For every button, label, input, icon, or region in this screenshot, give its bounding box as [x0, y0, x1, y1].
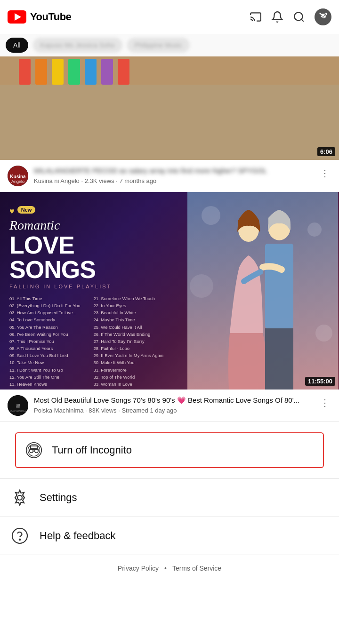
bell-icon[interactable]: [271, 11, 283, 23]
settings-icon: [11, 489, 28, 506]
svg-point-25: [202, 206, 220, 225]
incognito-avatar[interactable]: [315, 8, 331, 25]
app-header: YouTube: [0, 0, 339, 34]
bottom-menu: Turn off Incognito Settings Help & feedb…: [0, 422, 339, 555]
couple-image: 11:55:00: [186, 192, 339, 390]
help-icon: [11, 527, 28, 544]
category-bar: All Kapuso Mo Jessica Soho Philippine Mu…: [0, 34, 339, 56]
chip-philippine[interactable]: Philippine Music: [127, 38, 190, 53]
love-songs-thumbnail[interactable]: ♥ New Romantic LOVESONGS FALLING IN LOVE…: [0, 192, 339, 390]
new-badge: New: [17, 206, 36, 214]
love-songs-subtitle: FALLING IN LOVE PLAYLIST: [9, 284, 177, 289]
svg-rect-14: [118, 59, 129, 85]
svg-rect-9: [35, 59, 47, 85]
svg-rect-16: [0, 85, 339, 160]
svg-point-28: [315, 325, 332, 342]
terms-of-service-link[interactable]: Terms of Service: [172, 564, 221, 572]
songs-left: 01. All This Time 02. (Everything I Do) …: [9, 295, 93, 390]
footer-separator: •: [164, 564, 167, 572]
svg-line-38: [38, 450, 39, 451]
duration-badge-2: 11:55:00: [305, 377, 335, 386]
settings-label: Settings: [40, 492, 77, 504]
video-meta-1: Kusina ni Angelo · 2.3K views · 7 months…: [34, 177, 313, 184]
svg-rect-12: [85, 59, 97, 85]
chip-all[interactable]: All: [6, 38, 28, 53]
video-more-button-2[interactable]: ⋮: [318, 395, 331, 410]
incognito-menu-icon: [25, 442, 42, 459]
svg-text:Angelo: Angelo: [11, 179, 24, 184]
footer: Privacy Policy • Terms of Service: [0, 555, 339, 581]
svg-point-40: [17, 495, 22, 500]
svg-rect-10: [52, 59, 64, 85]
video-item-1: Kusina Angelo MILALANGIERTE PECOD as sal…: [0, 160, 339, 192]
love-songs-title: LOVESONGS: [9, 233, 177, 282]
svg-point-42: [19, 539, 20, 540]
svg-rect-7: [0, 56, 339, 85]
svg-text:Kusina: Kusina: [10, 174, 26, 179]
svg-point-41: [12, 528, 27, 543]
video-more-button-1[interactable]: ⋮: [318, 166, 331, 181]
svg-rect-8: [19, 59, 31, 85]
duration-badge-1: 6:06: [317, 147, 335, 156]
help-label: Help & feedback: [40, 530, 115, 542]
song-list: 01. All This Time 02. (Everything I Do) …: [9, 295, 177, 390]
help-menu-item[interactable]: Help & feedback: [0, 517, 339, 555]
app-title: YouTube: [30, 11, 71, 23]
romantic-text: Romantic: [9, 218, 177, 233]
video-item-2: 🎬 MACHINIMA Most Old Beautiful Love Song…: [0, 390, 339, 421]
video-meta-2: Polska Machinima · 83K views · Streamed …: [34, 407, 313, 414]
svg-point-1: [294, 12, 302, 20]
logo-area: YouTube: [8, 10, 71, 24]
video-thumbnail-1[interactable]: 6:06: [0, 56, 339, 160]
svg-point-4: [321, 16, 323, 17]
channel-avatar-1[interactable]: Kusina Angelo: [8, 166, 28, 186]
video-info-1: MILALANGIERTE PECOD as salary array into…: [34, 166, 313, 184]
chip-kapuso[interactable]: Kapuso Mo Jessica Soho: [33, 38, 122, 53]
svg-text:🎬: 🎬: [16, 404, 20, 408]
search-icon[interactable]: [293, 11, 305, 23]
privacy-policy-link[interactable]: Privacy Policy: [118, 564, 159, 572]
svg-point-5: [324, 16, 325, 17]
svg-rect-13: [101, 59, 113, 85]
turn-off-incognito-button[interactable]: Turn off Incognito: [15, 432, 324, 468]
svg-point-32: [26, 443, 41, 458]
svg-point-34: [30, 449, 33, 453]
svg-point-35: [35, 449, 38, 453]
channel-avatar-2[interactable]: 🎬 MACHINIMA: [8, 395, 28, 416]
songs-right: 21. Sometime When We Touch 22. In Your E…: [94, 295, 178, 390]
svg-point-26: [307, 223, 322, 237]
svg-rect-24: [265, 328, 293, 390]
love-songs-info: ♥ New Romantic LOVESONGS FALLING IN LOVE…: [0, 192, 186, 390]
svg-line-37: [29, 450, 30, 451]
video-title-2: Most Old Beautiful Love Songs 70's 80's …: [34, 395, 313, 405]
svg-rect-23: [265, 244, 293, 328]
header-actions: [250, 8, 331, 25]
youtube-logo-icon: [8, 10, 26, 24]
cast-icon[interactable]: [250, 11, 262, 23]
svg-rect-11: [68, 59, 80, 85]
video-info-2: Most Old Beautiful Love Songs 70's 80's …: [34, 395, 313, 414]
settings-menu-item[interactable]: Settings: [0, 479, 339, 517]
svg-point-27: [190, 274, 213, 298]
video-title-1: MILALANGIERTE PECOD as salary array into…: [34, 166, 313, 175]
incognito-menu-container: Turn off Incognito: [0, 422, 339, 478]
svg-line-2: [301, 19, 304, 22]
thumbnail-image-1: [0, 56, 339, 160]
incognito-label: Turn off Incognito: [52, 444, 132, 456]
svg-text:MACHINIMA: MACHINIMA: [10, 410, 26, 413]
